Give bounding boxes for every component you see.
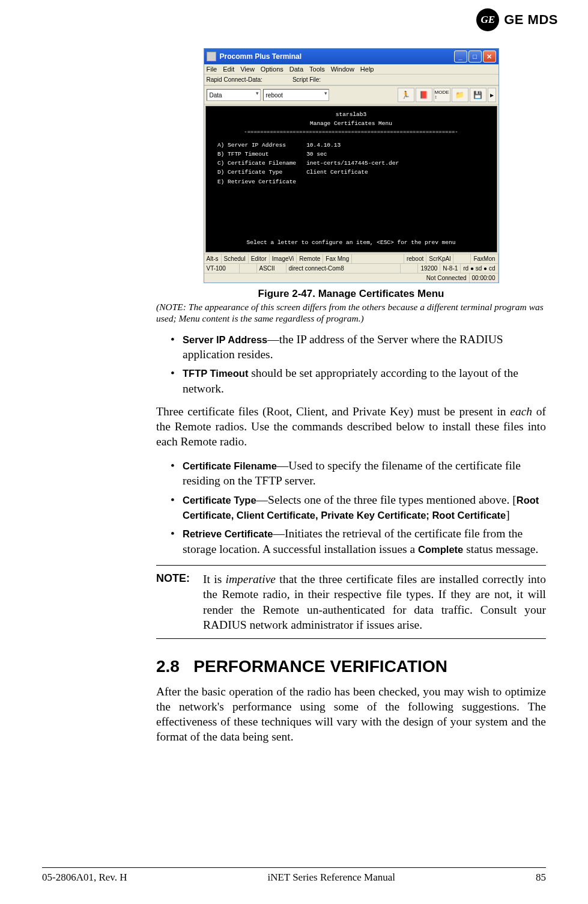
- bullet-list-1: Server IP Address—the IP address of the …: [156, 332, 546, 396]
- tab-bar: Alt-s Schedul Editor ImageVi Remote Fax …: [204, 254, 499, 263]
- terminal-pane: starslab3 Manage Certificates Menu -====…: [205, 106, 497, 252]
- toolbar-chevron-icon[interactable]: ▸: [488, 88, 496, 102]
- terminal-divider: -=======================================…: [211, 128, 492, 136]
- status-gap1: [240, 264, 257, 273]
- footer-page: 85: [536, 872, 546, 884]
- tab-schedul[interactable]: Schedul: [222, 254, 249, 263]
- terminal-footer: Select a letter to configure an item, <E…: [206, 238, 497, 247]
- page-footer: 05-2806A01, Rev. H iNET Series Reference…: [42, 867, 546, 884]
- ge-monogram-icon: GE: [476, 8, 499, 31]
- status-leds: rd ● sd ● cd: [461, 264, 498, 273]
- bullet-list-2: Certificate Filename—Used to specify the…: [156, 458, 546, 557]
- rapid-connect-combo[interactable]: Data: [207, 89, 261, 101]
- paragraph-performance: After the basic operation of the radio h…: [156, 685, 546, 745]
- tab-scrkpal[interactable]: ScrKpAl: [426, 254, 453, 263]
- menu-view[interactable]: View: [240, 66, 255, 73]
- minimize-icon[interactable]: _: [454, 50, 467, 63]
- tab-alts[interactable]: Alt-s: [204, 254, 222, 263]
- status-connected: Not Connected: [424, 273, 470, 282]
- status-bar-2: Not Connected 00:00:00: [204, 273, 499, 282]
- brand-logo: GE GE MDS: [476, 8, 558, 31]
- menu-tools[interactable]: Tools: [309, 66, 325, 73]
- status-emulation: VT-100: [204, 264, 240, 273]
- brand-text: GE MDS: [504, 12, 558, 28]
- menu-help[interactable]: Help: [360, 66, 374, 73]
- folder-icon[interactable]: 📁: [452, 88, 468, 102]
- status-baud: 19200: [418, 264, 440, 273]
- window-titlebar: Procomm Plus Terminal _ □ ✕: [204, 49, 499, 64]
- close-icon[interactable]: ✕: [483, 50, 496, 63]
- tab-editor[interactable]: Editor: [249, 254, 270, 263]
- terminal-row-d: D) Certificate Type Client Certificate: [211, 168, 492, 177]
- tab-gap2: [453, 254, 471, 263]
- terminal-scrollbar[interactable]: [489, 178, 497, 216]
- note-label: NOTE:: [156, 572, 203, 632]
- status-bar-1: VT-100 ASCII direct connect-Com8 19200 N…: [204, 263, 499, 273]
- bullet-cert-type: Certificate Type—Selects one of the thre…: [174, 492, 546, 523]
- terminal-window: Procomm Plus Terminal _ □ ✕ File Edit Vi…: [204, 48, 499, 283]
- footer-title: iNET Series Reference Manual: [267, 872, 395, 884]
- status-connection: direct connect-Com8: [286, 264, 401, 273]
- terminal-row-e: E) Retrieve Certificate: [211, 177, 492, 186]
- tab-reboot[interactable]: reboot: [404, 254, 426, 263]
- status-transfer: ASCII: [257, 264, 286, 273]
- terminal-host: starslab3: [211, 110, 492, 119]
- script-file-label: Script File:: [292, 76, 321, 83]
- menu-file[interactable]: File: [207, 66, 217, 73]
- toolbar: Rapid Connect-Data: Script File:: [204, 74, 499, 85]
- footer-docid: 05-2806A01, Rev. H: [42, 872, 127, 884]
- menu-options[interactable]: Options: [261, 66, 283, 73]
- figure-caption: Figure 2-47. Manage Certificates Menu: [156, 288, 546, 300]
- terminal-heading: Manage Certificates Menu: [211, 119, 492, 128]
- bullet-retrieve-cert: Retrieve Certificate—Initiates the retri…: [174, 526, 546, 557]
- bullet-server-ip: Server IP Address—the IP address of the …: [174, 332, 546, 362]
- note-text: It is imperative that the three certific…: [203, 572, 546, 632]
- app-icon: [207, 52, 216, 61]
- maximize-icon[interactable]: □: [468, 50, 482, 63]
- mode-icon[interactable]: MODE↕: [434, 88, 450, 102]
- menubar: File Edit View Options Data Tools Window…: [204, 64, 499, 74]
- tab-faxmng[interactable]: Fax Mng: [323, 254, 352, 263]
- running-man-icon[interactable]: 🏃: [398, 88, 414, 102]
- script-file-combo[interactable]: reboot: [263, 89, 329, 101]
- tab-imagevi[interactable]: ImageVi: [270, 254, 297, 263]
- bullet-cert-filename: Certificate Filename—Used to specify the…: [174, 458, 546, 489]
- paragraph-cert-files: Three certificate files (Root, Client, a…: [156, 405, 546, 450]
- tab-faxmon[interactable]: FaxMon: [471, 254, 498, 263]
- status-parity: N-8-1: [440, 264, 461, 273]
- status-timer: 00:00:00: [470, 273, 499, 282]
- note-block: NOTE: It is imperative that the three ce…: [156, 565, 546, 639]
- terminal-row-b: B) TFTP Timeout 30 sec: [211, 150, 492, 159]
- tab-remote[interactable]: Remote: [297, 254, 323, 263]
- figure-note: (NOTE: The appearance of this screen dif…: [156, 301, 546, 325]
- book-icon[interactable]: 📕: [416, 88, 432, 102]
- status-gap2: [401, 264, 418, 273]
- rapid-connect-label: Rapid Connect-Data:: [207, 76, 262, 83]
- section-heading: 2.8 PERFORMANCE VERIFICATION: [156, 657, 546, 676]
- menu-edit[interactable]: Edit: [223, 66, 234, 73]
- tab-gap: [352, 254, 404, 263]
- terminal-row-c: C) Certificate Filename inet-certs/11474…: [211, 159, 492, 168]
- bullet-tftp-timeout: TFTP Timeout should be set appropriately…: [174, 365, 546, 396]
- toolbar-row2: Data reboot 🏃 📕 MODE↕ 📁 💾 ▸: [204, 85, 499, 105]
- window-title: Procomm Plus Terminal: [220, 52, 454, 61]
- menu-data[interactable]: Data: [289, 66, 303, 73]
- terminal-row-a: A) Server IP Address 10.4.10.13: [211, 141, 492, 150]
- save-icon[interactable]: 💾: [470, 88, 486, 102]
- menu-window[interactable]: Window: [331, 66, 354, 73]
